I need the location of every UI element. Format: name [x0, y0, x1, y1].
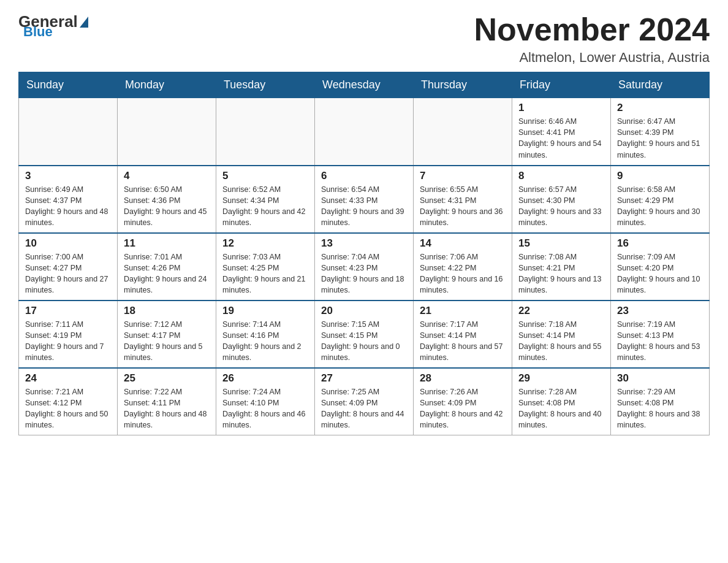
day-number: 7	[420, 170, 506, 182]
page-header: General Blue November 2024 Altmelon, Low…	[18, 12, 710, 66]
day-number: 8	[518, 170, 604, 182]
calendar-cell: 22Sunrise: 7:18 AMSunset: 4:14 PMDayligh…	[512, 301, 611, 368]
day-number: 11	[124, 237, 210, 250]
day-info: Sunrise: 7:11 AMSunset: 4:19 PMDaylight:…	[25, 319, 111, 364]
logo-blue-text: Blue	[23, 24, 53, 40]
calendar-week-row-3: 17Sunrise: 7:11 AMSunset: 4:19 PMDayligh…	[19, 301, 710, 368]
day-info: Sunrise: 7:01 AMSunset: 4:26 PMDaylight:…	[124, 251, 210, 296]
calendar-cell: 6Sunrise: 6:54 AMSunset: 4:33 PMDaylight…	[315, 166, 414, 233]
day-number: 20	[321, 305, 407, 317]
day-info: Sunrise: 6:50 AMSunset: 4:36 PMDaylight:…	[124, 184, 210, 229]
day-info: Sunrise: 7:19 AMSunset: 4:13 PMDaylight:…	[617, 319, 703, 364]
day-number: 4	[124, 170, 210, 182]
day-number: 9	[617, 170, 703, 182]
day-number: 18	[124, 305, 210, 317]
day-number: 17	[25, 305, 111, 317]
calendar-cell: 10Sunrise: 7:00 AMSunset: 4:27 PMDayligh…	[19, 233, 118, 301]
day-info: Sunrise: 7:08 AMSunset: 4:21 PMDaylight:…	[518, 251, 604, 296]
day-info: Sunrise: 7:03 AMSunset: 4:25 PMDaylight:…	[222, 251, 308, 296]
calendar-cell: 5Sunrise: 6:52 AMSunset: 4:34 PMDaylight…	[216, 166, 315, 233]
calendar-cell: 28Sunrise: 7:26 AMSunset: 4:09 PMDayligh…	[414, 368, 512, 435]
day-info: Sunrise: 7:17 AMSunset: 4:14 PMDaylight:…	[420, 319, 506, 364]
day-number: 29	[518, 372, 604, 385]
day-number: 15	[518, 237, 604, 250]
day-info: Sunrise: 7:15 AMSunset: 4:15 PMDaylight:…	[321, 319, 407, 364]
day-number: 30	[617, 372, 703, 385]
day-info: Sunrise: 7:14 AMSunset: 4:16 PMDaylight:…	[222, 319, 308, 364]
day-info: Sunrise: 7:25 AMSunset: 4:09 PMDaylight:…	[321, 386, 407, 431]
calendar-cell: 18Sunrise: 7:12 AMSunset: 4:17 PMDayligh…	[118, 301, 216, 368]
calendar-cell: 15Sunrise: 7:08 AMSunset: 4:21 PMDayligh…	[512, 233, 611, 301]
day-number: 13	[321, 237, 407, 250]
calendar-cell: 26Sunrise: 7:24 AMSunset: 4:10 PMDayligh…	[216, 368, 315, 435]
calendar-cell: 4Sunrise: 6:50 AMSunset: 4:36 PMDaylight…	[118, 166, 216, 233]
month-title: November 2024	[474, 12, 710, 47]
day-number: 23	[617, 305, 703, 317]
day-number: 19	[222, 305, 308, 317]
col-sunday: Sunday	[19, 72, 118, 98]
calendar-cell: 21Sunrise: 7:17 AMSunset: 4:14 PMDayligh…	[414, 301, 512, 368]
day-number: 26	[222, 372, 308, 385]
calendar-cell: 1Sunrise: 6:46 AMSunset: 4:41 PMDaylight…	[512, 98, 611, 166]
day-info: Sunrise: 7:29 AMSunset: 4:08 PMDaylight:…	[617, 386, 703, 431]
calendar-week-row-2: 10Sunrise: 7:00 AMSunset: 4:27 PMDayligh…	[19, 233, 710, 301]
day-number: 22	[518, 305, 604, 317]
day-info: Sunrise: 7:28 AMSunset: 4:08 PMDaylight:…	[518, 386, 604, 431]
day-number: 25	[124, 372, 210, 385]
logo-triangle-icon	[80, 17, 88, 28]
day-number: 12	[222, 237, 308, 250]
calendar-cell	[118, 98, 216, 166]
day-info: Sunrise: 7:24 AMSunset: 4:10 PMDaylight:…	[222, 386, 308, 431]
calendar-cell: 14Sunrise: 7:06 AMSunset: 4:22 PMDayligh…	[414, 233, 512, 301]
calendar-cell: 11Sunrise: 7:01 AMSunset: 4:26 PMDayligh…	[118, 233, 216, 301]
day-number: 10	[25, 237, 111, 250]
day-number: 14	[420, 237, 506, 250]
calendar-cell: 13Sunrise: 7:04 AMSunset: 4:23 PMDayligh…	[315, 233, 414, 301]
day-info: Sunrise: 6:57 AMSunset: 4:30 PMDaylight:…	[518, 184, 604, 229]
day-number: 5	[222, 170, 308, 182]
calendar-cell	[315, 98, 414, 166]
day-info: Sunrise: 6:54 AMSunset: 4:33 PMDaylight:…	[321, 184, 407, 229]
day-info: Sunrise: 6:49 AMSunset: 4:37 PMDaylight:…	[25, 184, 111, 229]
day-number: 3	[25, 170, 111, 182]
calendar-week-row-4: 24Sunrise: 7:21 AMSunset: 4:12 PMDayligh…	[19, 368, 710, 435]
day-number: 28	[420, 372, 506, 385]
day-info: Sunrise: 7:04 AMSunset: 4:23 PMDaylight:…	[321, 251, 407, 296]
calendar-header-row: Sunday Monday Tuesday Wednesday Thursday…	[19, 72, 710, 98]
calendar-cell	[19, 98, 118, 166]
day-info: Sunrise: 6:46 AMSunset: 4:41 PMDaylight:…	[518, 116, 604, 161]
day-info: Sunrise: 7:12 AMSunset: 4:17 PMDaylight:…	[124, 319, 210, 364]
calendar-cell: 3Sunrise: 6:49 AMSunset: 4:37 PMDaylight…	[19, 166, 118, 233]
day-number: 1	[518, 102, 604, 114]
calendar-week-row-0: 1Sunrise: 6:46 AMSunset: 4:41 PMDaylight…	[19, 98, 710, 166]
calendar-cell: 9Sunrise: 6:58 AMSunset: 4:29 PMDaylight…	[611, 166, 710, 233]
day-number: 16	[617, 237, 703, 250]
calendar-table: Sunday Monday Tuesday Wednesday Thursday…	[18, 72, 710, 435]
col-saturday: Saturday	[611, 72, 710, 98]
col-monday: Monday	[118, 72, 216, 98]
col-thursday: Thursday	[414, 72, 512, 98]
calendar-cell: 8Sunrise: 6:57 AMSunset: 4:30 PMDaylight…	[512, 166, 611, 233]
day-number: 2	[617, 102, 703, 114]
calendar-cell: 20Sunrise: 7:15 AMSunset: 4:15 PMDayligh…	[315, 301, 414, 368]
calendar-cell: 23Sunrise: 7:19 AMSunset: 4:13 PMDayligh…	[611, 301, 710, 368]
day-info: Sunrise: 6:58 AMSunset: 4:29 PMDaylight:…	[617, 184, 703, 229]
col-wednesday: Wednesday	[315, 72, 414, 98]
location-text: Altmelon, Lower Austria, Austria	[474, 50, 710, 66]
calendar-cell: 27Sunrise: 7:25 AMSunset: 4:09 PMDayligh…	[315, 368, 414, 435]
day-info: Sunrise: 7:09 AMSunset: 4:20 PMDaylight:…	[617, 251, 703, 296]
calendar-cell: 24Sunrise: 7:21 AMSunset: 4:12 PMDayligh…	[19, 368, 118, 435]
calendar-cell: 16Sunrise: 7:09 AMSunset: 4:20 PMDayligh…	[611, 233, 710, 301]
day-number: 6	[321, 170, 407, 182]
day-info: Sunrise: 6:52 AMSunset: 4:34 PMDaylight:…	[222, 184, 308, 229]
day-number: 21	[420, 305, 506, 317]
day-info: Sunrise: 6:47 AMSunset: 4:39 PMDaylight:…	[617, 116, 703, 161]
calendar-cell: 25Sunrise: 7:22 AMSunset: 4:11 PMDayligh…	[118, 368, 216, 435]
calendar-cell	[414, 98, 512, 166]
day-info: Sunrise: 7:06 AMSunset: 4:22 PMDaylight:…	[420, 251, 506, 296]
calendar-cell: 19Sunrise: 7:14 AMSunset: 4:16 PMDayligh…	[216, 301, 315, 368]
day-info: Sunrise: 7:26 AMSunset: 4:09 PMDaylight:…	[420, 386, 506, 431]
calendar-cell: 17Sunrise: 7:11 AMSunset: 4:19 PMDayligh…	[19, 301, 118, 368]
col-tuesday: Tuesday	[216, 72, 315, 98]
calendar-cell: 29Sunrise: 7:28 AMSunset: 4:08 PMDayligh…	[512, 368, 611, 435]
